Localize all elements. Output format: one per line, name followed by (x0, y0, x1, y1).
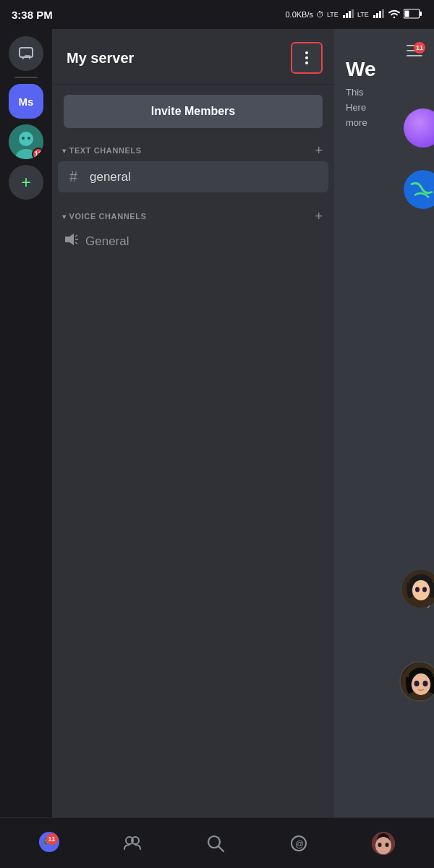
voice-channel-general[interactable]: General (52, 227, 334, 255)
dot1 (305, 51, 308, 54)
ms-label: Ms (19, 95, 34, 108)
status-icons: 0.0KB/s ⏱ LTE LTE (285, 9, 422, 20)
battery-icon (404, 9, 422, 20)
text-channel-general[interactable]: # general (58, 161, 328, 192)
general-channel-name: general (90, 170, 131, 184)
nav-profile-button[interactable] (363, 826, 404, 861)
add-voice-channel-button[interactable]: + (315, 210, 323, 223)
status-time: 3:38 PM (12, 9, 53, 21)
svg-line-22 (75, 242, 77, 244)
network-speed: 0.0KB/s (285, 10, 313, 19)
text-channels-label: ▾ TEXT CHANNELS (62, 146, 142, 155)
svg-rect-9 (382, 9, 384, 18)
nav-home-button[interactable]: 🎮 11 (30, 826, 68, 861)
bottom-nav: 🎮 11 @ (0, 817, 434, 868)
svg-rect-7 (376, 13, 378, 18)
server-title: My server (67, 50, 134, 67)
svg-rect-3 (349, 11, 351, 18)
right-panel: 11 We This Here more → F y (334, 29, 434, 817)
teal-server-badge: 11 (32, 148, 43, 159)
voice-channels-section-header[interactable]: ▾ VOICE CHANNELS + (52, 204, 334, 227)
svg-point-27 (415, 587, 420, 592)
friends-icon (122, 833, 142, 854)
anime-avatar-2 (399, 661, 434, 702)
svg-rect-1 (343, 15, 345, 18)
server-header: My server (52, 29, 334, 85)
signal-bars-2 (373, 9, 385, 20)
home-badge: 11 (46, 833, 58, 845)
plus-icon: + (21, 174, 31, 191)
svg-point-44 (375, 837, 391, 854)
more-options-button[interactable] (291, 42, 323, 74)
svg-rect-4 (352, 9, 354, 18)
dot3 (305, 61, 308, 64)
svg-point-28 (422, 587, 427, 592)
svg-rect-2 (346, 13, 348, 18)
dm-icon[interactable] (9, 36, 43, 71)
main-layout: Ms 11 + My server (0, 29, 434, 817)
general-voice-channel-name: General (85, 234, 129, 249)
svg-point-18 (27, 137, 30, 140)
nav-friends-button[interactable] (114, 827, 151, 859)
signal-bars-1 (343, 9, 354, 20)
svg-rect-12 (405, 11, 409, 17)
channel-panel: My server Invite Members ▾ TEXT CHANNELS… (52, 29, 334, 817)
svg-point-26 (412, 580, 430, 600)
chevron-down-voice-icon: ▾ (62, 213, 67, 221)
invite-members-button[interactable]: Invite Members (64, 95, 323, 128)
dot2 (305, 56, 308, 59)
svg-point-23 (404, 170, 434, 209)
profile-avatar (372, 832, 395, 855)
svg-point-15 (19, 132, 33, 146)
server-list: Ms 11 + (0, 29, 52, 817)
menu-badge: 11 (414, 42, 425, 54)
add-text-channel-button[interactable]: + (315, 144, 323, 157)
svg-marker-19 (65, 234, 74, 245)
text-channels-section-header[interactable]: ▾ TEXT CHANNELS + (52, 138, 334, 161)
anime-avatar-1 (402, 570, 434, 608)
svg-text:LTE: LTE (357, 11, 369, 18)
divider (14, 77, 38, 78)
ms-server-icon[interactable]: Ms (9, 84, 43, 119)
home-icon-wrapper: 🎮 11 (39, 832, 59, 855)
nav-mentions-button[interactable]: @ (280, 827, 318, 859)
speaker-icon (64, 233, 78, 250)
lte-icon: LTE (327, 9, 340, 20)
mentions-icon: @ (289, 833, 309, 854)
chevron-down-icon: ▾ (62, 147, 67, 155)
add-server-button[interactable]: + (9, 165, 43, 200)
clock-icon: ⏱ (316, 10, 324, 19)
svg-rect-6 (373, 15, 375, 18)
lte-icon-2: LTE (357, 9, 370, 20)
svg-point-33 (423, 681, 428, 686)
svg-rect-11 (420, 12, 422, 16)
svg-point-45 (378, 843, 382, 847)
svg-point-32 (414, 681, 420, 686)
hash-icon: # (69, 169, 84, 185)
svg-line-20 (75, 235, 77, 237)
wifi-icon (388, 9, 401, 20)
nav-search-button[interactable] (197, 827, 234, 859)
svg-text:@: @ (295, 839, 304, 849)
voice-channels-label: ▾ VOICE CHANNELS (62, 212, 146, 221)
search-icon (205, 833, 226, 854)
teal-server-icon[interactable]: 11 (9, 124, 43, 159)
svg-line-39 (218, 846, 224, 851)
svg-point-17 (22, 137, 25, 140)
vertical-dots-icon (305, 51, 308, 64)
hamburger-menu-button[interactable]: 11 (401, 39, 428, 62)
status-bar: 3:38 PM 0.0KB/s ⏱ LTE LTE (0, 0, 434, 29)
ham-line-3 (407, 55, 422, 56)
welcome-line-1: This (346, 85, 422, 101)
svg-text:LTE: LTE (327, 11, 339, 18)
svg-point-46 (386, 843, 389, 847)
svg-rect-8 (379, 11, 381, 18)
earth-avatar (404, 170, 434, 209)
